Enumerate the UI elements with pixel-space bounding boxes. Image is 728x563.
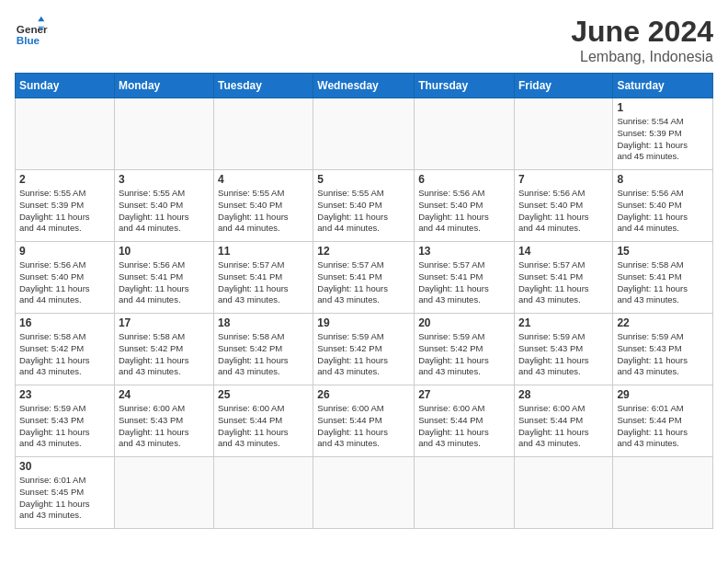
day-number: 6 (418, 173, 510, 186)
day-number: 3 (119, 173, 210, 186)
day-number: 24 (119, 388, 210, 401)
day-number: 10 (119, 245, 210, 258)
day-info: Sunrise: 5:56 AM Sunset: 5:40 PM Dayligh… (19, 259, 110, 306)
day-number: 9 (19, 245, 110, 258)
svg-text:Blue: Blue (17, 34, 40, 46)
calendar-cell (16, 98, 115, 170)
svg-marker-2 (38, 17, 44, 21)
calendar-cell (313, 98, 415, 170)
calendar-cell (415, 457, 515, 529)
day-info: Sunrise: 5:56 AM Sunset: 5:40 PM Dayligh… (418, 188, 510, 235)
day-info: Sunrise: 5:56 AM Sunset: 5:41 PM Dayligh… (119, 259, 210, 306)
calendar-cell: 18Sunrise: 5:58 AM Sunset: 5:42 PM Dayli… (214, 314, 313, 385)
calendar-table: Sunday Monday Tuesday Wednesday Thursday… (15, 73, 713, 529)
day-info: Sunrise: 5:58 AM Sunset: 5:42 PM Dayligh… (218, 331, 309, 378)
calendar-cell: 19Sunrise: 5:59 AM Sunset: 5:42 PM Dayli… (313, 314, 415, 385)
calendar-cell: 24Sunrise: 6:00 AM Sunset: 5:43 PM Dayli… (114, 385, 213, 457)
day-number: 5 (317, 173, 410, 186)
calendar-cell: 14Sunrise: 5:57 AM Sunset: 5:41 PM Dayli… (514, 242, 612, 314)
day-number: 1 (617, 101, 709, 114)
calendar-week-row: 30Sunrise: 6:01 AM Sunset: 5:45 PM Dayli… (16, 457, 713, 529)
calendar-cell: 17Sunrise: 5:58 AM Sunset: 5:42 PM Dayli… (114, 314, 213, 385)
col-wednesday: Wednesday (313, 74, 415, 98)
day-number: 7 (518, 173, 609, 186)
day-number: 14 (518, 245, 609, 258)
day-number: 16 (19, 316, 110, 329)
logo-icon: General Blue (15, 15, 48, 48)
calendar-cell: 4Sunrise: 5:55 AM Sunset: 5:40 PM Daylig… (214, 170, 313, 242)
day-info: Sunrise: 5:56 AM Sunset: 5:40 PM Dayligh… (617, 188, 709, 235)
calendar-title: June 2024 (571, 15, 713, 49)
calendar-cell (114, 457, 213, 529)
day-info: Sunrise: 5:57 AM Sunset: 5:41 PM Dayligh… (218, 259, 309, 306)
day-number: 18 (218, 316, 309, 329)
calendar-cell (114, 98, 213, 170)
day-info: Sunrise: 6:01 AM Sunset: 5:45 PM Dayligh… (19, 475, 110, 522)
calendar-cell: 11Sunrise: 5:57 AM Sunset: 5:41 PM Dayli… (214, 242, 313, 314)
calendar-cell: 27Sunrise: 6:00 AM Sunset: 5:44 PM Dayli… (415, 385, 515, 457)
col-sunday: Sunday (16, 74, 115, 98)
day-info: Sunrise: 5:54 AM Sunset: 5:39 PM Dayligh… (617, 116, 709, 163)
day-info: Sunrise: 5:57 AM Sunset: 5:41 PM Dayligh… (317, 259, 410, 306)
day-number: 15 (617, 245, 709, 258)
day-info: Sunrise: 5:58 AM Sunset: 5:42 PM Dayligh… (119, 331, 210, 378)
day-number: 13 (418, 245, 510, 258)
day-number: 12 (317, 245, 410, 258)
day-info: Sunrise: 5:57 AM Sunset: 5:41 PM Dayligh… (418, 259, 510, 306)
calendar-cell: 21Sunrise: 5:59 AM Sunset: 5:43 PM Dayli… (514, 314, 612, 385)
day-number: 27 (418, 388, 510, 401)
calendar-cell: 6Sunrise: 5:56 AM Sunset: 5:40 PM Daylig… (415, 170, 515, 242)
calendar-cell: 12Sunrise: 5:57 AM Sunset: 5:41 PM Dayli… (313, 242, 415, 314)
calendar-cell: 15Sunrise: 5:58 AM Sunset: 5:41 PM Dayli… (613, 242, 713, 314)
calendar-cell: 22Sunrise: 5:59 AM Sunset: 5:43 PM Dayli… (613, 314, 713, 385)
day-info: Sunrise: 5:55 AM Sunset: 5:40 PM Dayligh… (218, 188, 309, 235)
calendar-cell: 25Sunrise: 6:00 AM Sunset: 5:44 PM Dayli… (214, 385, 313, 457)
calendar-week-row: 1Sunrise: 5:54 AM Sunset: 5:39 PM Daylig… (16, 98, 713, 170)
calendar-cell (214, 98, 313, 170)
day-info: Sunrise: 5:55 AM Sunset: 5:39 PM Dayligh… (19, 188, 110, 235)
day-number: 8 (617, 173, 709, 186)
day-info: Sunrise: 5:58 AM Sunset: 5:42 PM Dayligh… (19, 331, 110, 378)
col-tuesday: Tuesday (214, 74, 313, 98)
day-info: Sunrise: 6:00 AM Sunset: 5:44 PM Dayligh… (317, 403, 410, 450)
calendar-cell: 16Sunrise: 5:58 AM Sunset: 5:42 PM Dayli… (16, 314, 115, 385)
calendar-cell: 23Sunrise: 5:59 AM Sunset: 5:43 PM Dayli… (16, 385, 115, 457)
day-info: Sunrise: 5:59 AM Sunset: 5:43 PM Dayligh… (617, 331, 709, 378)
day-info: Sunrise: 5:59 AM Sunset: 5:42 PM Dayligh… (418, 331, 510, 378)
calendar-subtitle: Lembang, Indonesia (571, 49, 713, 65)
calendar-cell (613, 457, 713, 529)
day-number: 23 (19, 388, 110, 401)
calendar-week-row: 23Sunrise: 5:59 AM Sunset: 5:43 PM Dayli… (16, 385, 713, 457)
day-info: Sunrise: 6:01 AM Sunset: 5:44 PM Dayligh… (617, 403, 709, 450)
calendar-cell: 5Sunrise: 5:55 AM Sunset: 5:40 PM Daylig… (313, 170, 415, 242)
day-info: Sunrise: 5:58 AM Sunset: 5:41 PM Dayligh… (617, 259, 709, 306)
day-number: 4 (218, 173, 309, 186)
day-number: 28 (518, 388, 609, 401)
calendar-cell: 3Sunrise: 5:55 AM Sunset: 5:40 PM Daylig… (114, 170, 213, 242)
col-friday: Friday (514, 74, 612, 98)
calendar-cell: 30Sunrise: 6:01 AM Sunset: 5:45 PM Dayli… (16, 457, 115, 529)
day-info: Sunrise: 5:56 AM Sunset: 5:40 PM Dayligh… (518, 188, 609, 235)
calendar-cell: 13Sunrise: 5:57 AM Sunset: 5:41 PM Dayli… (415, 242, 515, 314)
day-number: 17 (119, 316, 210, 329)
day-info: Sunrise: 5:59 AM Sunset: 5:42 PM Dayligh… (317, 331, 410, 378)
calendar-cell (514, 457, 612, 529)
day-info: Sunrise: 5:55 AM Sunset: 5:40 PM Dayligh… (317, 188, 410, 235)
title-block: June 2024 Lembang, Indonesia (571, 15, 713, 65)
calendar-cell: 10Sunrise: 5:56 AM Sunset: 5:41 PM Dayli… (114, 242, 213, 314)
day-number: 21 (518, 316, 609, 329)
calendar-cell (214, 457, 313, 529)
calendar-cell: 7Sunrise: 5:56 AM Sunset: 5:40 PM Daylig… (514, 170, 612, 242)
calendar-cell (514, 98, 612, 170)
calendar-cell: 28Sunrise: 6:00 AM Sunset: 5:44 PM Dayli… (514, 385, 612, 457)
day-info: Sunrise: 6:00 AM Sunset: 5:43 PM Dayligh… (119, 403, 210, 450)
calendar-cell: 26Sunrise: 6:00 AM Sunset: 5:44 PM Dayli… (313, 385, 415, 457)
calendar-cell (415, 98, 515, 170)
calendar-cell: 1Sunrise: 5:54 AM Sunset: 5:39 PM Daylig… (613, 98, 713, 170)
calendar-cell: 20Sunrise: 5:59 AM Sunset: 5:42 PM Dayli… (415, 314, 515, 385)
day-number: 20 (418, 316, 510, 329)
day-info: Sunrise: 5:59 AM Sunset: 5:43 PM Dayligh… (518, 331, 609, 378)
calendar-week-row: 16Sunrise: 5:58 AM Sunset: 5:42 PM Dayli… (16, 314, 713, 385)
day-number: 2 (19, 173, 110, 186)
day-number: 22 (617, 316, 709, 329)
